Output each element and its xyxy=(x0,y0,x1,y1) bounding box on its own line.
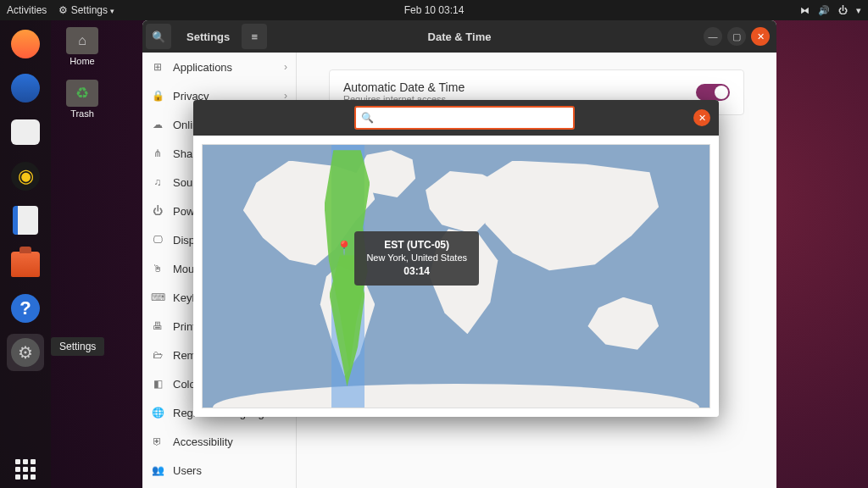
trash-icon: ♻ xyxy=(66,80,98,107)
sidebar-item-icon: ☁ xyxy=(151,119,164,130)
timezone-zone: EST (UTC-05) xyxy=(366,238,467,252)
sidebar-item-icon: 🗁 xyxy=(151,349,164,361)
sidebar-item-applications[interactable]: ⊞Applications› xyxy=(142,53,296,81)
home-folder-icon: ⌂ xyxy=(66,27,98,54)
sidebar-item-icon: 🌐 xyxy=(151,407,164,419)
app-menu-label: Settings xyxy=(71,4,108,16)
sidebar-item-icon: 🔒 xyxy=(151,90,164,102)
sidebar-item-icon: ⛨ xyxy=(151,435,164,447)
auto-datetime-switch[interactable] xyxy=(696,84,730,101)
sidebar-item-label: Applications xyxy=(173,61,232,74)
network-icon[interactable]: ⧓ xyxy=(800,5,810,16)
timezone-search[interactable]: 🔍 xyxy=(354,106,575,130)
sidebar-item-label: Users xyxy=(173,464,202,477)
sidebar-item-icon: ⌨ xyxy=(151,291,164,303)
window-app-title: Settings xyxy=(186,30,230,43)
map-landmass xyxy=(213,384,699,408)
sidebar-item-icon: 🖵 xyxy=(151,234,164,246)
sidebar-item-icon: ♫ xyxy=(151,176,164,188)
window-page-title: Date & Time xyxy=(428,30,492,43)
window-minimize[interactable]: ― xyxy=(704,27,722,46)
timezone-location: New York, United States xyxy=(366,252,467,264)
sidebar-item-icon: 🖶 xyxy=(151,320,164,332)
timezone-map[interactable]: 📍 EST (UTC-05) New York, United States 0… xyxy=(202,144,710,408)
power-icon[interactable]: ⏻ xyxy=(838,5,848,15)
clock[interactable]: Feb 10 03:14 xyxy=(404,4,465,16)
timezone-dialog-close[interactable]: ✕ xyxy=(693,109,710,126)
dock-help[interactable]: ? xyxy=(7,290,44,327)
timezone-tooltip: EST (UTC-05) New York, United States 03:… xyxy=(354,231,479,285)
window-maximize[interactable]: ▢ xyxy=(727,27,746,46)
sidebar-item-icon: ⋔ xyxy=(151,147,164,159)
search-icon: 🔍 xyxy=(152,30,165,43)
sidebar-item-icon: ◧ xyxy=(151,378,164,390)
timezone-search-input[interactable] xyxy=(379,112,568,124)
timezone-dialog-header: 🔍 ✕ xyxy=(193,100,719,136)
desktop-home-label: Home xyxy=(70,56,94,66)
hamburger-icon: ≡ xyxy=(252,30,259,43)
dock-files[interactable] xyxy=(7,114,44,151)
header-search-button[interactable]: 🔍 xyxy=(146,24,171,49)
sidebar-item-icon: ⏻ xyxy=(151,205,164,217)
dock-rhythmbox[interactable]: ◉ xyxy=(7,158,44,195)
map-landmass xyxy=(476,161,659,276)
dock-firefox[interactable] xyxy=(7,25,44,63)
gear-icon: ⚙ xyxy=(58,4,68,16)
desktop-icons: ⌂ Home ♻ Trash xyxy=(61,27,103,119)
header-menu-button[interactable]: ≡ xyxy=(242,24,267,49)
sidebar-item-icon: 👥 xyxy=(151,464,164,476)
auto-datetime-title: Automatic Date & Time xyxy=(343,80,465,94)
dock-show-apps[interactable] xyxy=(7,451,44,488)
window-header: 🔍 Settings ≡ Date & Time ― ▢ ✕ xyxy=(142,20,776,53)
desktop-trash[interactable]: ♻ Trash xyxy=(61,80,103,119)
desktop-trash-label: Trash xyxy=(70,108,94,119)
dock-thunderbird[interactable] xyxy=(7,69,44,107)
caret-down-icon[interactable]: ▾ xyxy=(856,5,861,16)
app-menu[interactable]: ⚙ Settings xyxy=(58,4,114,16)
sidebar-item-icon: ⊞ xyxy=(151,61,164,73)
location-pin-icon: 📍 xyxy=(336,240,353,256)
dock-software[interactable] xyxy=(7,246,44,283)
sidebar-item-users[interactable]: 👥Users xyxy=(142,456,296,485)
search-icon: 🔍 xyxy=(361,112,374,124)
dock-tooltip: Settings xyxy=(51,337,104,356)
sidebar-item-label: Accessibility xyxy=(173,435,233,448)
sidebar-item-icon: 🖱 xyxy=(151,263,164,274)
dock-writer[interactable] xyxy=(7,202,44,239)
timezone-time: 03:14 xyxy=(366,264,467,278)
volume-icon[interactable]: 🔊 xyxy=(818,5,830,16)
chevron-right-icon: › xyxy=(284,61,287,73)
map-landmass xyxy=(587,297,659,350)
desktop-home[interactable]: ⌂ Home xyxy=(61,27,103,66)
timezone-dialog: 🔍 ✕ 📍 EST (UTC-05) New York, United Stat… xyxy=(193,100,719,417)
window-close[interactable]: ✕ xyxy=(751,27,770,46)
dock-settings[interactable]: ⚙ xyxy=(7,334,44,371)
sidebar-item-accessibility[interactable]: ⛨Accessibility xyxy=(142,427,296,456)
top-bar: Activities ⚙ Settings Feb 10 03:14 ⧓ 🔊 ⏻… xyxy=(0,0,868,20)
activities-button[interactable]: Activities xyxy=(7,4,47,16)
dock: ◉ ? ⚙ xyxy=(0,20,51,488)
